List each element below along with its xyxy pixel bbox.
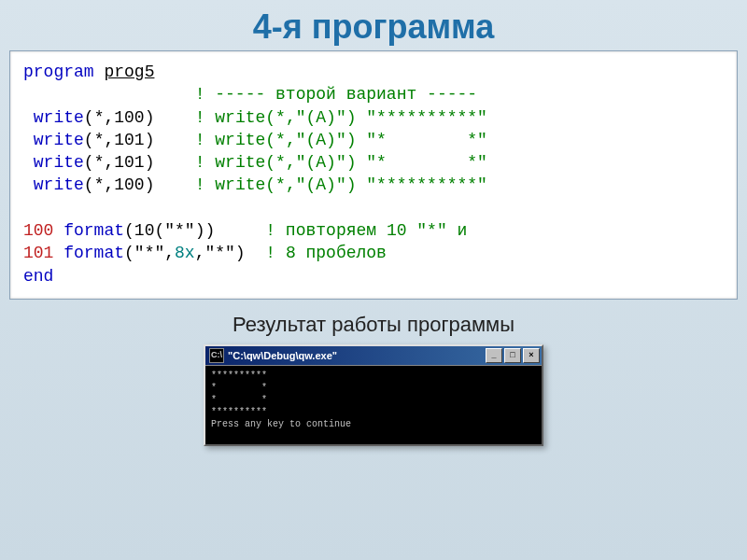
label-101: 101 (23, 244, 53, 262)
out-line: * * (211, 395, 267, 405)
format-args2: ,"*") (195, 244, 246, 262)
page-title: 4-я программа (0, 7, 747, 47)
comment: ! повторяем 10 "*" и (265, 221, 467, 240)
write-args: (*,101) (84, 131, 155, 149)
comment: ! write(*,"(A)") "* *" (195, 131, 487, 149)
kw-write: write (34, 108, 84, 127)
write-args: (*,100) (84, 108, 155, 127)
write-args: (*,101) (84, 153, 155, 172)
prog-name: prog5 (104, 63, 154, 81)
comment-variant: ! ----- второй вариант ----- (195, 85, 477, 104)
kw-format: format (63, 244, 124, 262)
format-args1: ("*", (124, 244, 175, 262)
x8: 8x (175, 244, 195, 262)
slide: 4-я программа program prog5 ! ----- втор… (0, 0, 747, 560)
console-window: C:\ "C:\qw\Debug\qw.exe" _ □ × *********… (204, 344, 543, 446)
maximize-button[interactable]: □ (504, 348, 521, 363)
comment: ! write(*,"(A)") "* *" (195, 153, 487, 172)
code-block: program prog5 ! ----- второй вариант ---… (9, 50, 738, 300)
console-body: ********** * * * * ********** Press any … (205, 365, 542, 444)
comment: ! write(*,"(A)") "**********" (195, 108, 487, 127)
comment: ! 8 пробелов (265, 244, 387, 262)
label-100: 100 (23, 221, 53, 240)
out-line: ********** (211, 407, 267, 417)
close-button[interactable]: × (523, 348, 540, 363)
kw-end: end (23, 267, 53, 286)
console-icon: C:\ (209, 348, 224, 363)
write-args: (*,100) (84, 175, 155, 194)
comment: ! write(*,"(A)") "**********" (195, 175, 487, 194)
out-line: ********** (211, 371, 267, 381)
minimize-button[interactable]: _ (486, 348, 502, 363)
titlebar-text: "C:\qw\Debug\qw.exe" (228, 350, 486, 361)
result-subtitle: Результат работы программы (0, 313, 747, 337)
out-line: * * (211, 383, 267, 393)
kw-write: write (34, 175, 84, 194)
titlebar: C:\ "C:\qw\Debug\qw.exe" _ □ × (205, 346, 542, 365)
kw-write: write (34, 153, 84, 172)
title-region: 4-я программа (0, 0, 747, 50)
kw-format: format (63, 221, 124, 240)
out-line: Press any key to continue (211, 419, 351, 429)
titlebar-buttons: _ □ × (486, 348, 540, 363)
format-args: (10("*")) (124, 221, 215, 240)
kw-write: write (34, 131, 84, 149)
kw-program: program (23, 63, 94, 81)
